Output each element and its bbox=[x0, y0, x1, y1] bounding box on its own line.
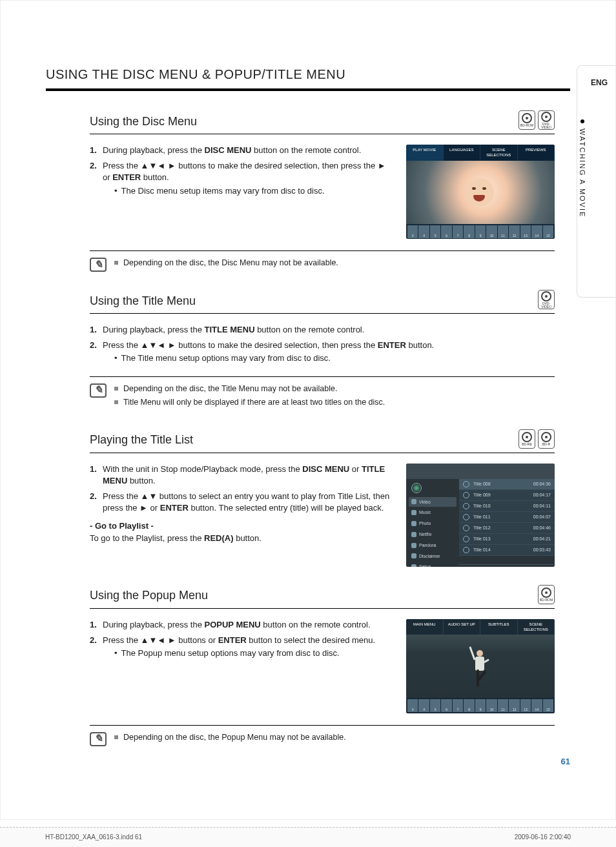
note-block: ✎ Depending on the disc, the Title Menu … bbox=[90, 376, 555, 411]
screenshot-disc-menu: PLAY MOVIE LANGUAGES SCENE SELECTIONS PR… bbox=[406, 145, 555, 239]
list-row: Title 01400:03:43 bbox=[459, 545, 555, 556]
disc-badge-dvdvideo: DVD-VIDEO bbox=[538, 110, 555, 130]
disc-badges: BD-ROM DVD-VIDEO bbox=[518, 110, 555, 130]
section-title-list: Playing the Title List BD-RE BD-R 1. Wit… bbox=[90, 429, 555, 567]
disc-icon bbox=[411, 483, 422, 493]
step-1: 1. During playback, press the POPUP MENU… bbox=[90, 619, 395, 631]
disc-badge-bdrom: BD-ROM bbox=[538, 585, 555, 604]
page-number: 61 bbox=[561, 756, 570, 768]
sidebar-item: Video bbox=[409, 497, 457, 507]
section-title: Using the Popup Menu bbox=[90, 587, 208, 604]
page-title: USING THE DISC MENU & POPUP/TITLE MENU bbox=[46, 65, 570, 91]
list-row: Title 00800:04:36 bbox=[459, 479, 555, 490]
step-1: 1. During playback, press the TITLE MENU… bbox=[90, 324, 555, 336]
list-row: Title 01000:04:11 bbox=[459, 501, 555, 512]
section-title: Using the Disc Menu bbox=[90, 114, 197, 130]
sidebar-item: Music bbox=[409, 507, 457, 518]
list-footer: ◄ ► Page bbox=[459, 564, 555, 566]
step-2: 2. Press the ▲▼◄ ► buttons to make the d… bbox=[90, 340, 555, 364]
section-title-menu: Using the Title Menu DVD-VIDEO 1. During… bbox=[90, 290, 555, 411]
fig-tab: PLAY MOVIE bbox=[406, 145, 444, 161]
lang-label: ENG bbox=[577, 66, 615, 100]
section-popup-menu: Using the Popup Menu BD-ROM 1. During pl… bbox=[90, 585, 555, 746]
screenshot-title-list: Video Music Photo Netflix Pandora Discla… bbox=[406, 464, 555, 567]
section-title: Using the Title Menu bbox=[90, 293, 196, 309]
fig-tab: SCENE SELECTIONS bbox=[518, 619, 555, 635]
step-2: 2. Press the ▲▼◄ ► buttons to make the d… bbox=[90, 160, 395, 197]
chapter-label: WATCHING A MOVIE bbox=[577, 100, 601, 224]
bullet-icon bbox=[580, 119, 584, 123]
disc-badge-bdre: BD-RE bbox=[518, 429, 535, 449]
goto-playlist-head: - Go to Playlist - bbox=[90, 520, 395, 532]
sidebar-item: Netflix bbox=[409, 529, 457, 540]
footer-filename: HT-BD1200_XAA_0616-3.indd 61 bbox=[45, 833, 142, 842]
note-block: ✎ Depending on the disc, the Popup Menu … bbox=[90, 725, 555, 746]
sidebar-item: Setup bbox=[409, 562, 457, 566]
fig-tab: LANGUAGES bbox=[444, 145, 481, 161]
step-1: 1. With the unit in Stop mode/Playback m… bbox=[90, 464, 395, 487]
fig-tab: AUDIO SET UP bbox=[444, 619, 481, 635]
side-tab: ENG WATCHING A MOVIE bbox=[577, 65, 615, 298]
note-icon: ✎ bbox=[90, 732, 107, 746]
list-row: Title 01100:04:07 bbox=[459, 512, 555, 523]
screenshot-popup-menu: MAIN MENU AUDIO SET UP SUBTITLES SCENE S… bbox=[406, 619, 555, 713]
list-row: Title 01300:04:21 bbox=[459, 534, 555, 545]
note-block: ✎ Depending on the disc, the Disc Menu m… bbox=[90, 250, 555, 272]
fig-tab: PREVIEWS bbox=[518, 145, 555, 161]
fig-tab: SCENE SELECTIONS bbox=[480, 145, 518, 161]
goto-playlist-body: To go to the Playlist, press the RED(A) … bbox=[90, 533, 395, 544]
sidebar-item: Disclaimer bbox=[409, 551, 457, 562]
step-2: 2. Press the ▲▼ buttons to select an ent… bbox=[90, 491, 395, 514]
disc-badge-dvdvideo: DVD-VIDEO bbox=[538, 290, 555, 309]
footer-timestamp: 2009-06-16 2:00:40 bbox=[515, 833, 571, 842]
list-row: Title 01200:04:46 bbox=[459, 523, 555, 534]
step-2: 2. Press the ▲▼◄ ► buttons or ENTER butt… bbox=[90, 635, 395, 659]
disc-badge-bdrom: BD-ROM bbox=[518, 110, 535, 130]
list-row: Title 00900:04:17 bbox=[459, 490, 555, 501]
sidebar-item: Photo bbox=[409, 518, 457, 529]
note-icon: ✎ bbox=[90, 383, 107, 398]
fig-tab: MAIN MENU bbox=[406, 619, 444, 635]
print-footer: HT-BD1200_XAA_0616-3.indd 61 2009-06-16 … bbox=[0, 827, 616, 847]
sidebar-item: Pandora bbox=[409, 540, 457, 551]
section-disc-menu: Using the Disc Menu BD-ROM DVD-VIDEO 1. … bbox=[90, 110, 555, 272]
section-title: Playing the Title List bbox=[90, 432, 193, 448]
disc-badge-bdr: BD-R bbox=[538, 429, 555, 449]
step-1: 1. During playback, press the DISC MENU … bbox=[90, 145, 395, 156]
fig-tab: SUBTITLES bbox=[480, 619, 518, 635]
note-icon: ✎ bbox=[90, 258, 107, 272]
